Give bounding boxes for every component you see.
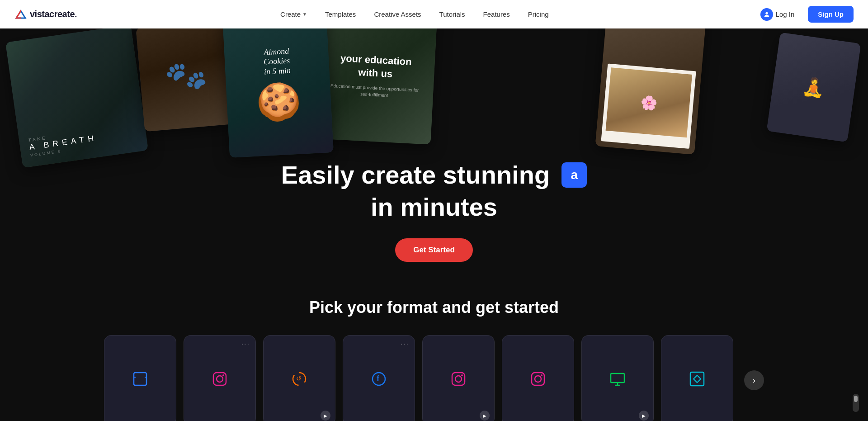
custom-size-icon bbox=[132, 371, 148, 390]
svg-point-14 bbox=[461, 374, 463, 376]
svg-rect-18 bbox=[611, 374, 624, 383]
card-4-subtitle: Education must provide the opportunities… bbox=[326, 82, 423, 100]
format-card-presentation[interactable]: ▶ bbox=[581, 335, 654, 421]
card-3-background: AlmondCookiesin 5 min 🍪 bbox=[222, 12, 334, 158]
hero-headline-line2: in minutes bbox=[281, 192, 587, 222]
logo-text: vistacreate. bbox=[30, 9, 77, 19]
flower-icon: 🌸 bbox=[640, 94, 658, 111]
carousel-next-button[interactable]: › bbox=[744, 370, 764, 390]
three-dots-icon: ··· bbox=[241, 340, 250, 348]
login-button[interactable]: Log In bbox=[752, 5, 803, 24]
hero-text: Easily create stunning a in minutes Get … bbox=[272, 151, 596, 271]
svg-rect-6 bbox=[213, 373, 226, 385]
format-section-title: Pick your format and get started bbox=[0, 298, 868, 317]
logo-create: create. bbox=[49, 9, 77, 19]
format-card-facebook-post[interactable]: ··· f bbox=[343, 335, 415, 421]
hero-cta: Get Started bbox=[281, 238, 587, 262]
svg-point-2 bbox=[765, 12, 768, 14]
paw-graphic: 🐾 bbox=[160, 52, 210, 100]
svg-rect-12 bbox=[452, 373, 465, 385]
hero-card-2: 🐾 bbox=[136, 20, 235, 132]
format-card-instagram-story[interactable]: ↺ ▶ bbox=[263, 335, 335, 421]
hero-card-3: AlmondCookiesin 5 min 🍪 bbox=[222, 12, 334, 158]
hero-headline-part2: in minutes bbox=[371, 192, 497, 222]
format-card-instagram-reel[interactable]: ▶ bbox=[422, 335, 495, 421]
person-graphic: 🧘 bbox=[801, 75, 826, 99]
card-2-background: 🐾 bbox=[136, 20, 235, 132]
svg-text:↺: ↺ bbox=[296, 375, 302, 382]
nav-item-templates[interactable]: Templates bbox=[318, 7, 363, 22]
play-icon: ▶ bbox=[321, 411, 330, 421]
svg-rect-21 bbox=[690, 372, 704, 386]
user-avatar-icon bbox=[760, 8, 773, 21]
hero-headline: Easily create stunning a bbox=[281, 160, 587, 190]
nav-item-creative-assets[interactable]: Creative Assets bbox=[367, 7, 428, 22]
play-icon-3: ▶ bbox=[639, 411, 649, 421]
instagram-story-icon: ↺ bbox=[291, 371, 307, 390]
nav-item-create[interactable]: Create ▼ bbox=[273, 7, 314, 22]
hero-section: TAKE A BREATH VOLUME 6 🐾 AlmondCookiesin… bbox=[0, 0, 868, 271]
typing-badge: a bbox=[561, 162, 587, 188]
nav-right: Log In Sign Up bbox=[752, 5, 854, 24]
facebook-icon: f bbox=[371, 371, 387, 390]
svg-rect-3 bbox=[134, 373, 146, 385]
instagram-icon bbox=[212, 371, 228, 390]
polaroid-frame: 🌸 bbox=[601, 64, 696, 149]
format-card-animated-post[interactable] bbox=[661, 335, 733, 421]
logo[interactable]: vistacreate. bbox=[14, 8, 77, 21]
polaroid-photo: 🌸 bbox=[606, 67, 693, 137]
svg-point-16 bbox=[535, 376, 541, 382]
format-card-instagram-story-2[interactable] bbox=[502, 335, 574, 421]
dropdown-arrow-icon: ▼ bbox=[302, 12, 307, 17]
svg-text:f: f bbox=[377, 374, 380, 383]
hero-headline-part1: Easily create stunning bbox=[281, 160, 550, 190]
get-started-button[interactable]: Get Started bbox=[395, 238, 473, 262]
svg-point-17 bbox=[541, 374, 542, 376]
svg-point-7 bbox=[217, 376, 223, 382]
svg-rect-15 bbox=[532, 373, 544, 385]
logo-icon bbox=[14, 8, 27, 21]
nav-item-pricing[interactable]: Pricing bbox=[521, 7, 556, 22]
signup-button[interactable]: Sign Up bbox=[808, 6, 854, 23]
presentation-icon bbox=[609, 371, 626, 390]
format-card-custom-size[interactable] bbox=[104, 335, 176, 421]
card-3-title: AlmondCookiesin 5 min bbox=[263, 46, 291, 77]
logo-vista: vista bbox=[30, 9, 49, 19]
hero-card-1: TAKE A BREATH VOLUME 6 bbox=[5, 25, 148, 168]
hero-card-6: 🧘 bbox=[767, 33, 861, 142]
svg-point-13 bbox=[455, 376, 462, 382]
format-card-instagram-post[interactable]: ··· bbox=[184, 335, 256, 421]
format-cards-container: ··· ↺ ▶ ··· bbox=[0, 335, 868, 421]
nav-item-features[interactable]: Features bbox=[476, 7, 517, 22]
instagram-story-2-icon bbox=[530, 371, 546, 390]
nav-left: vistacreate. bbox=[14, 8, 77, 21]
navbar: vistacreate. Create ▼ Templates Creative… bbox=[0, 0, 868, 28]
three-dots-icon-2: ··· bbox=[401, 340, 409, 348]
svg-point-8 bbox=[222, 374, 224, 376]
card-6-background: 🧘 bbox=[767, 33, 861, 142]
nav-center: Create ▼ Templates Creative Assets Tutor… bbox=[273, 7, 556, 22]
nav-item-tutorials[interactable]: Tutorials bbox=[432, 7, 472, 22]
card-4-headline: your educationwith us bbox=[340, 52, 412, 81]
format-section: Pick your format and get started ··· bbox=[0, 271, 868, 421]
animated-post-icon bbox=[689, 371, 705, 390]
scroll-indicator bbox=[853, 394, 859, 412]
scroll-thumb bbox=[854, 396, 858, 402]
instagram-reel-icon bbox=[450, 371, 467, 390]
cookie-graphic: 🍪 bbox=[255, 80, 303, 124]
play-icon-2: ▶ bbox=[480, 411, 490, 421]
